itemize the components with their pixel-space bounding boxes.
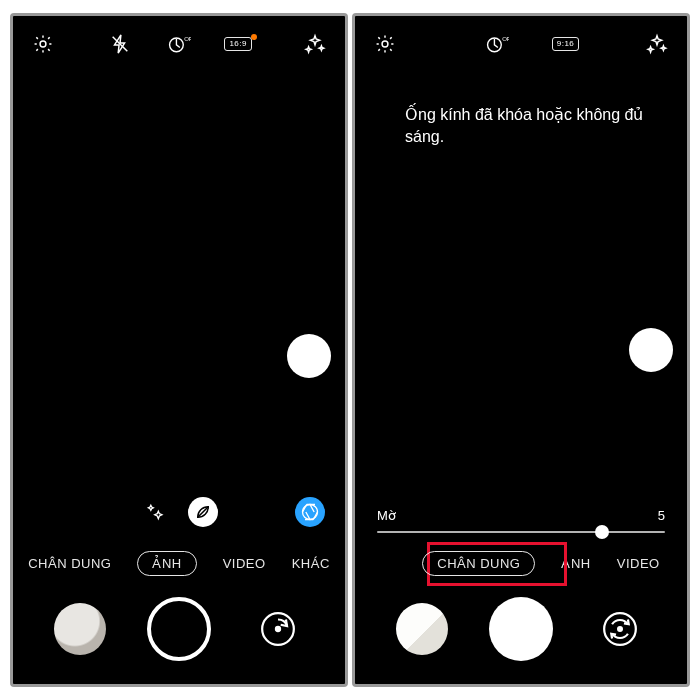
mode-row-right: CHÂN DUNG ẢNH VIDEO — [355, 537, 687, 586]
ratio-label: 16:9 — [229, 39, 247, 48]
mode-photo-active[interactable]: ẢNH — [137, 551, 196, 576]
slider-right-label: 5 — [658, 508, 665, 523]
ratio-label: 9:16 — [557, 39, 575, 48]
flash-off-icon[interactable] — [108, 32, 132, 56]
mode-photo[interactable]: ẢNH — [561, 556, 590, 571]
ratio-dot-indicator — [251, 34, 257, 40]
effect-sparkle-icon[interactable] — [140, 497, 170, 527]
topbar-right: OFF 9:16 — [355, 16, 687, 72]
focus-indicator[interactable] — [629, 328, 673, 372]
filters-icon[interactable] — [303, 32, 327, 56]
focus-indicator[interactable] — [287, 334, 331, 378]
switch-camera-button[interactable] — [252, 603, 304, 655]
bottombar-left — [13, 586, 345, 684]
settings-icon[interactable] — [373, 32, 397, 56]
settings-icon[interactable] — [31, 32, 55, 56]
viewfinder-right[interactable]: Ống kính đã khóa hoặc không đủ sáng. — [355, 72, 687, 500]
effects-row — [13, 491, 345, 537]
bottombar-right — [355, 586, 687, 684]
effect-aperture-icon[interactable] — [295, 497, 325, 527]
effect-leaf-icon[interactable] — [188, 497, 218, 527]
gallery-thumbnail[interactable] — [54, 603, 106, 655]
blur-slider-row: Mờ 5 — [355, 500, 687, 537]
svg-text:OFF: OFF — [184, 36, 191, 42]
mode-video[interactable]: VIDEO — [223, 556, 266, 571]
mode-more[interactable]: KHÁC — [292, 556, 330, 571]
camera-screen-right: OFF 9:16 Ống kính đã khóa hoặc không đủ … — [352, 13, 690, 687]
shutter-button[interactable] — [489, 597, 553, 661]
svg-text:OFF: OFF — [502, 36, 509, 42]
svg-point-11 — [618, 627, 622, 631]
svg-point-6 — [276, 627, 280, 631]
shutter-button[interactable] — [147, 597, 211, 661]
svg-point-0 — [40, 41, 46, 47]
camera-screen-left: OFF 16:9 CHÂN DUNG ẢNH — [10, 13, 348, 687]
filters-icon[interactable] — [645, 32, 669, 56]
blur-slider[interactable] — [377, 531, 665, 533]
mode-video[interactable]: VIDEO — [617, 556, 660, 571]
svg-point-7 — [382, 41, 388, 47]
slider-left-label: Mờ — [377, 508, 396, 523]
lens-warning-message: Ống kính đã khóa hoặc không đủ sáng. — [405, 104, 659, 149]
mode-portrait-active[interactable]: CHÂN DUNG — [422, 551, 535, 576]
timer-off-icon[interactable]: OFF — [167, 32, 191, 56]
switch-camera-button[interactable] — [594, 603, 646, 655]
topbar-left: OFF 16:9 — [13, 16, 345, 72]
gallery-thumbnail[interactable] — [396, 603, 448, 655]
aspect-ratio-toggle[interactable]: 16:9 — [224, 32, 252, 56]
timer-off-icon[interactable]: OFF — [485, 32, 509, 56]
mode-portrait[interactable]: CHÂN DUNG — [28, 556, 111, 571]
viewfinder-left[interactable] — [13, 72, 345, 491]
mode-row-left: CHÂN DUNG ẢNH VIDEO KHÁC — [13, 537, 345, 586]
aspect-ratio-toggle[interactable]: 9:16 — [552, 32, 580, 56]
